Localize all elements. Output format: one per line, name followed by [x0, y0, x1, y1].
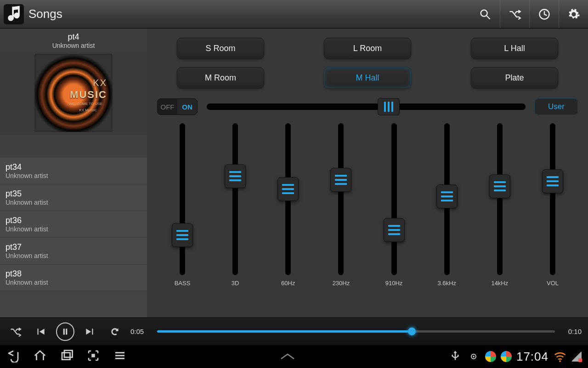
song-row[interactable]: pt38Unknown artist	[0, 264, 147, 291]
home-icon	[33, 349, 47, 362]
shuffle-icon	[10, 326, 22, 338]
next-track-button[interactable]	[81, 322, 99, 341]
band-910hz: 910Hz	[373, 123, 415, 287]
master-slider[interactable]	[207, 104, 526, 110]
cover-line1: KX	[93, 78, 107, 88]
gear-icon	[567, 8, 580, 21]
song-row[interactable]: pt37Unknown artist	[0, 238, 147, 264]
app-logo	[4, 4, 24, 24]
skip-next-icon	[84, 326, 96, 338]
cover-line2: MUSIC	[70, 89, 107, 101]
now-playing-header: pt4 Unknown artist	[0, 29, 147, 52]
band-slider[interactable]	[285, 123, 291, 275]
sidebar-spacer	[0, 135, 147, 158]
player-bar: 0:05 0:10	[0, 317, 588, 345]
seek-thumb[interactable]	[408, 328, 416, 335]
svg-rect-4	[64, 351, 73, 357]
shuffle-button[interactable]	[500, 0, 529, 28]
song-artist: Unknown artist	[6, 199, 141, 206]
status-clock: 17:04	[516, 350, 548, 364]
svg-point-0	[481, 10, 487, 16]
screenshot-button[interactable]	[86, 349, 100, 364]
seek-bar[interactable]	[157, 330, 555, 333]
band-slider[interactable]	[232, 123, 238, 275]
chevron-up-icon	[278, 351, 297, 362]
preset-l-room[interactable]: L Room	[324, 38, 411, 59]
menu-button[interactable]	[113, 349, 127, 364]
song-list[interactable]: pt34Unknown artistpt35Unknown artistpt36…	[0, 158, 147, 317]
band-230hz: 230Hz	[320, 123, 362, 287]
band-slider[interactable]	[550, 123, 555, 275]
band-slider[interactable]	[444, 123, 450, 275]
preset-m-hall[interactable]: M Hall	[324, 67, 411, 88]
album-art-wrap: KX MUSIC WELCOME TO USE KX MUSIC	[0, 52, 147, 135]
user-preset-button[interactable]: User	[535, 98, 578, 115]
band-slider[interactable]	[180, 123, 185, 275]
band-label: BASS	[175, 280, 191, 287]
recent-icon	[60, 349, 74, 362]
band-thumb[interactable]	[277, 177, 299, 201]
play-pause-button[interactable]	[56, 322, 74, 341]
song-row[interactable]: pt36Unknown artist	[0, 211, 147, 238]
now-playing-title: pt4	[0, 32, 147, 42]
song-artist: Unknown artist	[6, 279, 141, 286]
band-thumb[interactable]	[489, 174, 510, 198]
preset-plate[interactable]: Plate	[471, 67, 558, 88]
app-header: Songs	[0, 0, 588, 29]
eq-toggle[interactable]: OFF ON	[157, 98, 198, 115]
player-shuffle-button[interactable]	[6, 322, 25, 341]
preset-grid: S RoomL RoomL HallM RoomM HallPlate	[157, 38, 578, 88]
album-art[interactable]: KX MUSIC WELCOME TO USE KX MUSIC	[34, 54, 113, 132]
back-icon	[6, 349, 20, 362]
band-label: 14kHz	[491, 280, 508, 287]
page-title: Songs	[28, 7, 62, 21]
eq-bands: BASS3D60Hz230Hz910Hz3.6kHz14kHzVOL	[157, 123, 578, 287]
skip-previous-icon	[34, 326, 46, 338]
elapsed-time: 0:05	[130, 328, 151, 335]
svg-point-8	[559, 360, 561, 362]
preset-s-room[interactable]: S Room	[177, 38, 264, 59]
song-title: pt36	[6, 216, 141, 225]
preset-m-room[interactable]: M Room	[177, 67, 264, 88]
expand-button[interactable]	[140, 351, 435, 362]
eq-toggle-on: ON	[177, 103, 197, 111]
band-thumb[interactable]	[542, 169, 563, 193]
band-slider[interactable]	[497, 123, 503, 275]
preset-l-hall[interactable]: L Hall	[471, 38, 558, 59]
band-label: 3D	[232, 280, 239, 287]
signal-icon	[571, 351, 582, 362]
eq-master-row: OFF ON User	[157, 98, 578, 115]
prev-track-button[interactable]	[31, 322, 50, 341]
status-area[interactable]: 17:04	[448, 350, 582, 364]
back-button[interactable]	[6, 349, 20, 364]
band-thumb[interactable]	[436, 184, 458, 208]
target-icon	[467, 350, 481, 363]
search-button[interactable]	[470, 0, 500, 28]
android-system-bar: 17:04	[0, 345, 588, 368]
home-button[interactable]	[33, 349, 47, 364]
app-status-icon-2	[501, 351, 512, 362]
repeat-button[interactable]	[106, 322, 124, 341]
band-thumb[interactable]	[330, 168, 351, 192]
band-3d: 3D	[215, 123, 256, 287]
app-status-icon-1	[485, 351, 496, 362]
band-thumb[interactable]	[225, 164, 246, 188]
total-time: 0:10	[561, 328, 582, 335]
band-slider[interactable]	[391, 123, 397, 275]
settings-button[interactable]	[559, 0, 588, 28]
band-thumb[interactable]	[384, 218, 405, 242]
header-actions	[470, 0, 588, 28]
band-slider[interactable]	[338, 123, 344, 275]
band-label: 60Hz	[281, 280, 295, 287]
band-bass: BASS	[162, 123, 203, 287]
shuffle-icon	[509, 8, 521, 21]
band-thumb[interactable]	[172, 223, 193, 247]
song-row[interactable]: pt34Unknown artist	[0, 158, 147, 184]
master-slider-thumb[interactable]	[378, 98, 400, 115]
seek-fill	[157, 330, 412, 333]
song-row[interactable]: pt35Unknown artist	[0, 184, 147, 211]
cover-sub2: KX MUSIC	[79, 108, 97, 112]
history-button[interactable]	[529, 0, 559, 28]
recent-apps-button[interactable]	[60, 349, 74, 364]
equalizer-panel: S RoomL RoomL HallM RoomM HallPlate OFF …	[147, 29, 588, 317]
